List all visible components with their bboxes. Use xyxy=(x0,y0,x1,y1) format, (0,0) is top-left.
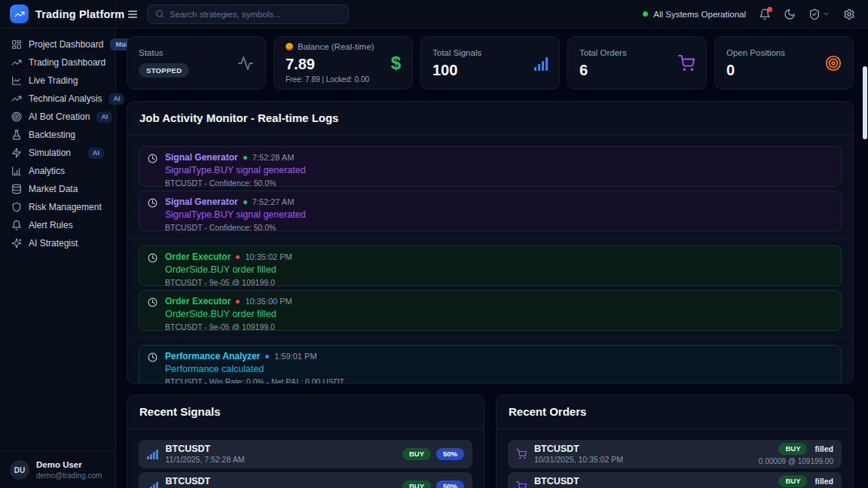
security-menu-button[interactable] xyxy=(808,8,830,20)
status-dot-icon xyxy=(643,11,648,17)
order-row[interactable]: BTCUSDT 10/31/2025, 10:35:00 PM BUY fill… xyxy=(508,472,842,488)
log-time: 7:52:28 AM xyxy=(252,153,295,163)
log-status-dot xyxy=(243,200,247,204)
menu-toggle-button[interactable] xyxy=(127,8,139,20)
sidebar-item-ai-strategist[interactable]: AI Strategist xyxy=(0,234,115,252)
avatar: DU xyxy=(10,460,29,480)
recent-orders-list: BTCUSDT 10/31/2025, 10:35:02 PM BUY fill… xyxy=(497,429,853,488)
log-detail: BTCUSDT - Confidence: 50.0% xyxy=(165,223,306,231)
clock-icon xyxy=(148,154,157,163)
shield-icon xyxy=(11,202,22,212)
user-email: demo@trading.com xyxy=(36,471,102,480)
sidebar-item-trading-dashboard[interactable]: Trading Dashboard xyxy=(0,53,115,72)
log-time: 10:35:02 PM xyxy=(245,252,292,263)
line-chart-icon xyxy=(11,75,22,86)
sidebar-item-project-dashboard[interactable]: Project Dashboard Main xyxy=(0,35,115,53)
user-name: Demo User xyxy=(36,459,102,471)
sidebar-item-backtesting[interactable]: Backtesting xyxy=(0,126,115,144)
sidebar-item-technical-analysis[interactable]: Technical Analysis AI xyxy=(0,90,115,108)
vertical-scrollbar[interactable] xyxy=(863,66,867,139)
sidebar-item-label: Analytics xyxy=(29,166,65,176)
clock-icon xyxy=(148,352,157,362)
log-status-dot xyxy=(236,300,240,303)
log-status-dot xyxy=(243,156,247,160)
search-icon xyxy=(155,9,164,19)
activity-icon xyxy=(237,55,254,72)
log-time: 1:59:01 PM xyxy=(274,352,316,362)
sidebar-item-label: Market Data xyxy=(29,184,78,194)
cart-icon xyxy=(516,449,527,459)
sidebar-item-alert-rules[interactable]: Alert Rules xyxy=(0,216,115,234)
log-source: Performance Analyzer xyxy=(165,351,260,362)
database-icon xyxy=(11,184,22,194)
sidebar-item-label: Simulation xyxy=(29,148,71,158)
flask-icon xyxy=(11,130,22,140)
signal-bars-icon xyxy=(534,56,548,71)
search-box[interactable] xyxy=(147,5,349,24)
log-detail: BTCUSDT - Confidence: 50.0% xyxy=(165,178,306,187)
clock-icon xyxy=(148,198,157,208)
notifications-button[interactable] xyxy=(759,8,771,20)
log-message: OrderSide.BUY order filled xyxy=(165,309,292,320)
log-entry[interactable]: Performance Analyzer 1:59:01 PM Performa… xyxy=(139,345,842,384)
bell-icon xyxy=(11,220,22,230)
log-time: 10:35:00 PM xyxy=(245,297,292,307)
system-status-label: All Systems Operational xyxy=(653,10,746,19)
sidebar-item-live-trading[interactable]: Live Trading xyxy=(0,72,115,90)
confidence-badge: 50% xyxy=(436,448,464,460)
open-positions-value: 0 xyxy=(726,63,785,78)
job-activity-title: Job Activity Monitor - Real-time Logs xyxy=(139,111,338,124)
confidence-badge: 50% xyxy=(436,480,464,488)
theme-toggle-button[interactable] xyxy=(784,8,796,20)
order-status: filled xyxy=(815,444,833,453)
log-status-dot xyxy=(236,255,240,259)
app-logo[interactable] xyxy=(10,5,29,23)
recent-signals-panel: Recent Signals BTCUSDT 11/1/2025, 7:52:2… xyxy=(127,395,484,488)
sidebar-item-label: Alert Rules xyxy=(29,220,73,230)
signal-row[interactable]: BTCUSDT 11/1/2025, 7:52:28 AM BUY 50% xyxy=(139,440,472,468)
log-source: Signal Generator xyxy=(165,197,238,208)
sidebar-item-ai-bot-creation[interactable]: AI Bot Creation AI xyxy=(0,108,115,126)
recent-orders-title: Recent Orders xyxy=(509,405,586,418)
sidebar-item-risk-management[interactable]: Risk Management xyxy=(0,198,115,216)
sidebar-item-simulation[interactable]: Simulation AI xyxy=(0,144,115,162)
signal-time: 11/1/2025, 7:52:28 AM xyxy=(166,455,245,465)
search-input[interactable] xyxy=(170,10,341,19)
target-icon xyxy=(11,111,22,122)
coin-icon xyxy=(286,43,293,50)
main-content: Status STOPPED Balance (Real-time) 7.89 … xyxy=(116,29,868,488)
order-time: 10/31/2025, 10:35:02 PM xyxy=(534,455,623,465)
log-detail: BTCUSDT - 9e-05 @ 109199.0 xyxy=(165,322,292,331)
log-entry[interactable]: Order Executor 10:35:02 PM OrderSide.BUY… xyxy=(139,246,842,286)
order-symbol: BTCUSDT xyxy=(534,444,623,456)
sidebar-item-label: AI Bot Creation xyxy=(29,111,90,122)
balance-breakdown: Free: 7.89 | Locked: 0.00 xyxy=(286,75,374,84)
cart-icon xyxy=(678,55,695,72)
log-entry[interactable]: Signal Generator 7:52:27 AM SignalType.B… xyxy=(139,191,842,231)
signal-row[interactable]: BTCUSDT 11/1/2025, 7:52:27 AM BUY 50% xyxy=(139,472,472,488)
moon-icon xyxy=(784,8,796,20)
sparkles-icon xyxy=(11,238,22,249)
side-badge: BUY xyxy=(778,443,807,455)
user-profile[interactable]: DU Demo User demo@trading.com xyxy=(0,451,115,488)
sidebar-item-label: Technical Analysis xyxy=(29,93,102,104)
total-orders-card: Total Orders 6 xyxy=(567,36,707,90)
balance-card: Balance (Real-time) 7.89 Free: 7.89 | Lo… xyxy=(274,36,413,90)
log-entry[interactable]: Signal Generator 7:52:28 AM SignalType.B… xyxy=(139,146,842,187)
dollar-icon: $ xyxy=(391,53,401,74)
log-message: SignalType.BUY signal generated xyxy=(165,165,306,176)
log-message: OrderSide.BUY order filled xyxy=(165,264,292,276)
total-signals-label: Total Signals xyxy=(432,48,481,57)
signal-symbol: BTCUSDT xyxy=(166,476,245,488)
status-badge: STOPPED xyxy=(139,63,189,78)
order-symbol: BTCUSDT xyxy=(534,476,623,488)
log-detail: BTCUSDT - Win Rate: 0.0% - Net P&L: 0.00… xyxy=(165,377,344,384)
sidebar-item-analytics[interactable]: Analytics xyxy=(0,162,115,180)
sidebar-item-market-data[interactable]: Market Data xyxy=(0,180,115,198)
settings-button[interactable] xyxy=(843,8,855,20)
log-entry[interactable]: Order Executor 10:35:00 PM OrderSide.BUY… xyxy=(139,290,842,331)
system-status: All Systems Operational xyxy=(643,10,746,19)
recent-orders-panel: Recent Orders BTCUSDT 10/31/2025, 10:35:… xyxy=(496,395,854,488)
total-signals-card: Total Signals 100 xyxy=(420,36,560,90)
order-row[interactable]: BTCUSDT 10/31/2025, 10:35:02 PM BUY fill… xyxy=(508,440,842,468)
